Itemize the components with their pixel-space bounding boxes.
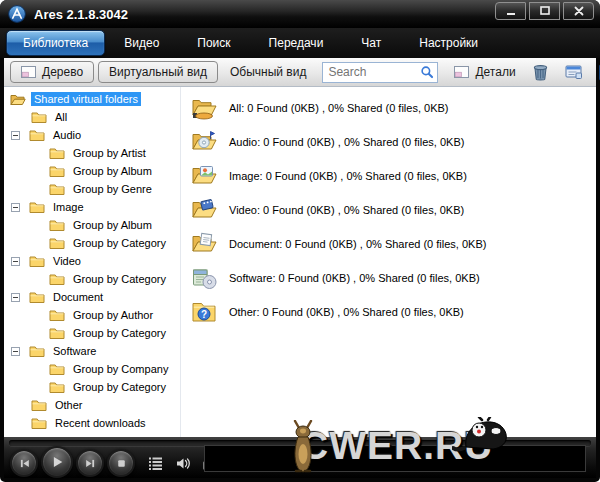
- folder-icon: [29, 255, 45, 268]
- tree-item-group-by-artist[interactable]: Group by Artist: [4, 144, 180, 162]
- tree-item-label: All: [52, 110, 70, 124]
- list-item-image[interactable]: Image: 0 Found (0KB) , 0% Shared (0 file…: [191, 159, 596, 193]
- tree-item-document[interactable]: Document: [4, 288, 180, 306]
- folder-icon: [49, 327, 65, 340]
- previous-icon: [18, 457, 31, 470]
- tree-item-group-by-category[interactable]: Group by Category: [4, 234, 180, 252]
- stop-button[interactable]: [107, 449, 135, 477]
- search-box[interactable]: [322, 62, 438, 83]
- svg-text:?: ?: [201, 309, 207, 320]
- collapse-icon[interactable]: [11, 203, 20, 212]
- tree-item-group-by-category[interactable]: Group by Category: [4, 324, 180, 342]
- list-item-video[interactable]: Video: 0 Found (0KB) , 0% Shared (0 file…: [191, 193, 596, 227]
- tab-library[interactable]: Библиотека: [6, 30, 105, 56]
- tree-item-label: Other: [52, 398, 86, 412]
- tree-item-software[interactable]: Software: [4, 342, 180, 360]
- collapse-icon[interactable]: [11, 257, 20, 266]
- tab-transfers[interactable]: Передачи: [250, 29, 343, 57]
- delete-trash-icon[interactable]: [532, 64, 549, 81]
- list-item-document[interactable]: Document: 0 Found (0KB) , 0% Shared (0 f…: [191, 227, 596, 261]
- folder-icon: [49, 237, 65, 250]
- tree-item-group-by-company[interactable]: Group by Company: [4, 360, 180, 378]
- next-button[interactable]: [76, 449, 104, 477]
- tree-item-group-by-category[interactable]: Group by Category: [4, 378, 180, 396]
- category-list: All: 0 Found (0KB) , 0% Shared (0 files,…: [181, 87, 596, 437]
- main-tab-bar: Библиотека Видео Поиск Передачи Чат Наст…: [0, 28, 600, 58]
- folder-icon: [31, 399, 47, 412]
- audio-folder-icon: [191, 130, 218, 154]
- list-item-label: Other: 0 Found (0KB) , 0% Shared (0 file…: [229, 306, 464, 318]
- tree-item-label: Group by Genre: [70, 182, 155, 196]
- list-item-other[interactable]: ? Other: 0 Found (0KB) , 0% Shared (0 fi…: [191, 295, 596, 329]
- collapse-icon[interactable]: [11, 293, 20, 302]
- tree-item-audio[interactable]: Audio: [4, 126, 180, 144]
- playlist-icon[interactable]: [148, 456, 163, 471]
- list-item-label: Video: 0 Found (0KB) , 0% Shared (0 file…: [229, 204, 464, 216]
- close-icon: [573, 5, 585, 17]
- tree-item-label: Video: [50, 254, 84, 268]
- playlist-screen-icon[interactable]: [565, 65, 583, 80]
- tree-item-image[interactable]: Image: [4, 198, 180, 216]
- document-folder-icon: [191, 232, 218, 256]
- tree-item-group-by-author[interactable]: Group by Author: [4, 306, 180, 324]
- tree-item-group-by-category[interactable]: Group by Category: [4, 270, 180, 288]
- video-folder-icon: [191, 198, 218, 222]
- tree-item-label: Group by Company: [70, 362, 171, 376]
- tree-item-label: Group by Artist: [70, 146, 149, 160]
- tree-item-label: Group by Author: [70, 308, 156, 322]
- tree-item-label: Group by Category: [70, 380, 169, 394]
- minimize-icon: [505, 5, 517, 17]
- tree-item-recent-downloads[interactable]: Recent downloads: [4, 414, 180, 432]
- tree-item-group-by-genre[interactable]: Group by Genre: [4, 180, 180, 198]
- tree-item-label: Group by Category: [70, 236, 169, 250]
- panel-icon: [21, 66, 36, 78]
- list-item-audio[interactable]: Audio: 0 Found (0KB) , 0% Shared (0 file…: [191, 125, 596, 159]
- search-input[interactable]: [328, 65, 420, 79]
- tree-item-label: Recent downloads: [52, 416, 149, 430]
- tree-item-group-by-album[interactable]: Group by Album: [4, 162, 180, 180]
- tree-item-group-by-album[interactable]: Group by Album: [4, 216, 180, 234]
- collapse-icon[interactable]: [11, 131, 20, 140]
- list-item-all[interactable]: All: 0 Found (0KB) , 0% Shared (0 files,…: [191, 91, 596, 125]
- tree-item-label: Group by Category: [70, 272, 169, 286]
- close-button[interactable]: [563, 2, 594, 20]
- library-content: Shared virtual folders All Audio Group b…: [4, 87, 596, 437]
- window-title: Ares 2.1.8.3042: [34, 7, 128, 22]
- search-icon[interactable]: [420, 65, 434, 79]
- list-item-label: Software: 0 Found (0KB) , 0% Shared (0 f…: [229, 272, 480, 284]
- virtual-view-button[interactable]: Виртуальный вид: [98, 61, 218, 83]
- folder-icon: [49, 147, 65, 160]
- folder-icon: [49, 165, 65, 178]
- play-button[interactable]: [41, 446, 73, 478]
- title-bar[interactable]: Ares 2.1.8.3042: [0, 0, 600, 28]
- list-item-label: Audio: 0 Found (0KB) , 0% Shared (0 file…: [229, 136, 464, 148]
- tab-search[interactable]: Поиск: [178, 29, 249, 57]
- tree-item-video[interactable]: Video: [4, 252, 180, 270]
- library-toolbar: Дерево Виртуальный вид Обычный вид Детал…: [4, 58, 596, 87]
- details-view-button[interactable]: Детали: [454, 65, 515, 79]
- maximize-icon: [539, 5, 551, 17]
- tab-settings[interactable]: Настройки: [400, 29, 497, 57]
- tree-item-all[interactable]: All: [4, 108, 180, 126]
- tab-video[interactable]: Видео: [105, 29, 178, 57]
- details-label: Детали: [475, 65, 515, 79]
- folder-icon: [29, 129, 45, 142]
- play-icon: [49, 454, 65, 470]
- collapse-icon[interactable]: [11, 347, 20, 356]
- folder-icon: [49, 183, 65, 196]
- tree-item-label: Group by Album: [70, 164, 155, 178]
- folder-icon: [49, 219, 65, 232]
- tree-item-shared-virtual-folders[interactable]: Shared virtual folders: [4, 90, 180, 108]
- minimize-button[interactable]: [495, 2, 526, 20]
- folder-icon: [29, 201, 45, 214]
- player-bar: CWER.RU: [4, 437, 596, 478]
- previous-button[interactable]: [10, 449, 38, 477]
- volume-icon[interactable]: [175, 456, 191, 471]
- tree-item-other[interactable]: Other: [4, 396, 180, 414]
- tree-item-label: Audio: [50, 128, 84, 142]
- normal-view-option[interactable]: Обычный вид: [222, 62, 314, 82]
- tab-chat[interactable]: Чат: [342, 29, 400, 57]
- maximize-button[interactable]: [529, 2, 560, 20]
- list-item-software[interactable]: Software: 0 Found (0KB) , 0% Shared (0 f…: [191, 261, 596, 295]
- tree-view-button[interactable]: Дерево: [10, 61, 94, 83]
